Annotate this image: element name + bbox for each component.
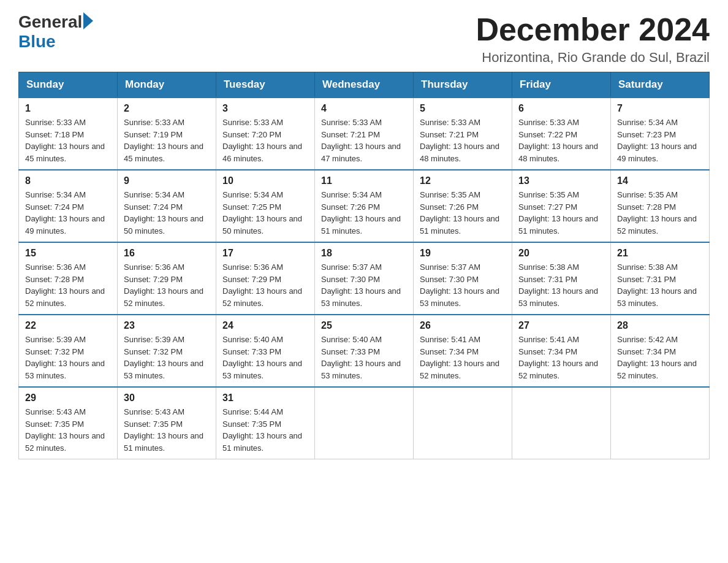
day-number: 15 xyxy=(25,248,111,259)
calendar-cell: 19Sunrise: 5:37 AMSunset: 7:30 PMDayligh… xyxy=(414,242,512,315)
day-info: Sunrise: 5:39 AMSunset: 7:32 PMDaylight:… xyxy=(25,334,111,381)
calendar-cell xyxy=(611,387,710,459)
day-number: 11 xyxy=(321,175,407,186)
calendar-header-row: SundayMondayTuesdayWednesdayThursdayFrid… xyxy=(19,72,710,98)
day-info: Sunrise: 5:43 AMSunset: 7:35 PMDaylight:… xyxy=(25,406,111,454)
day-number: 27 xyxy=(518,320,604,331)
day-info: Sunrise: 5:38 AMSunset: 7:31 PMDaylight:… xyxy=(617,261,703,309)
calendar-week-row: 29Sunrise: 5:43 AMSunset: 7:35 PMDayligh… xyxy=(19,387,710,459)
calendar-cell: 17Sunrise: 5:36 AMSunset: 7:29 PMDayligh… xyxy=(216,242,315,315)
calendar-cell: 29Sunrise: 5:43 AMSunset: 7:35 PMDayligh… xyxy=(19,387,118,459)
day-number: 24 xyxy=(222,320,308,331)
day-number: 25 xyxy=(321,320,407,331)
day-info: Sunrise: 5:37 AMSunset: 7:30 PMDaylight:… xyxy=(420,261,506,309)
day-info: Sunrise: 5:34 AMSunset: 7:23 PMDaylight:… xyxy=(617,117,703,164)
logo-general-text: General xyxy=(18,12,82,32)
day-info: Sunrise: 5:33 AMSunset: 7:19 PMDaylight:… xyxy=(124,117,210,164)
weekday-header-wednesday: Wednesday xyxy=(315,72,414,98)
calendar-cell: 2Sunrise: 5:33 AMSunset: 7:19 PMDaylight… xyxy=(118,98,216,170)
day-number: 20 xyxy=(518,248,604,259)
calendar-cell: 14Sunrise: 5:35 AMSunset: 7:28 PMDayligh… xyxy=(611,170,710,242)
calendar-week-row: 1Sunrise: 5:33 AMSunset: 7:18 PMDaylight… xyxy=(19,98,710,170)
day-info: Sunrise: 5:39 AMSunset: 7:32 PMDaylight:… xyxy=(124,334,210,381)
day-info: Sunrise: 5:33 AMSunset: 7:21 PMDaylight:… xyxy=(321,117,407,164)
day-info: Sunrise: 5:35 AMSunset: 7:27 PMDaylight:… xyxy=(518,189,604,237)
title-section: December 2024 Horizontina, Rio Grande do… xyxy=(476,12,710,66)
day-number: 1 xyxy=(25,103,111,114)
day-info: Sunrise: 5:44 AMSunset: 7:35 PMDaylight:… xyxy=(222,406,308,454)
day-number: 10 xyxy=(222,175,308,186)
calendar-cell: 27Sunrise: 5:41 AMSunset: 7:34 PMDayligh… xyxy=(512,315,611,387)
day-info: Sunrise: 5:33 AMSunset: 7:21 PMDaylight:… xyxy=(420,117,506,164)
day-info: Sunrise: 5:41 AMSunset: 7:34 PMDaylight:… xyxy=(518,334,604,381)
day-number: 31 xyxy=(222,393,308,404)
logo-blue-text: Blue xyxy=(18,32,56,52)
day-number: 30 xyxy=(124,393,210,404)
weekday-header-saturday: Saturday xyxy=(611,72,710,98)
calendar-cell: 15Sunrise: 5:36 AMSunset: 7:28 PMDayligh… xyxy=(19,242,118,315)
day-info: Sunrise: 5:43 AMSunset: 7:35 PMDaylight:… xyxy=(124,406,210,454)
calendar-cell: 10Sunrise: 5:34 AMSunset: 7:25 PMDayligh… xyxy=(216,170,315,242)
day-number: 2 xyxy=(124,103,210,114)
calendar-cell: 11Sunrise: 5:34 AMSunset: 7:26 PMDayligh… xyxy=(315,170,414,242)
weekday-header-sunday: Sunday xyxy=(19,72,118,98)
calendar-cell: 4Sunrise: 5:33 AMSunset: 7:21 PMDaylight… xyxy=(315,98,414,170)
calendar-cell: 20Sunrise: 5:38 AMSunset: 7:31 PMDayligh… xyxy=(512,242,611,315)
calendar-cell: 18Sunrise: 5:37 AMSunset: 7:30 PMDayligh… xyxy=(315,242,414,315)
calendar-cell: 12Sunrise: 5:35 AMSunset: 7:26 PMDayligh… xyxy=(414,170,512,242)
day-info: Sunrise: 5:36 AMSunset: 7:29 PMDaylight:… xyxy=(222,261,308,309)
calendar-cell xyxy=(315,387,414,459)
calendar-week-row: 22Sunrise: 5:39 AMSunset: 7:32 PMDayligh… xyxy=(19,315,710,387)
calendar-cell xyxy=(414,387,512,459)
day-info: Sunrise: 5:35 AMSunset: 7:26 PMDaylight:… xyxy=(420,189,506,237)
day-info: Sunrise: 5:33 AMSunset: 7:20 PMDaylight:… xyxy=(222,117,308,164)
day-number: 7 xyxy=(617,103,703,114)
day-info: Sunrise: 5:34 AMSunset: 7:24 PMDaylight:… xyxy=(25,189,111,237)
day-info: Sunrise: 5:36 AMSunset: 7:28 PMDaylight:… xyxy=(25,261,111,309)
weekday-header-thursday: Thursday xyxy=(414,72,512,98)
calendar-cell: 6Sunrise: 5:33 AMSunset: 7:22 PMDaylight… xyxy=(512,98,611,170)
day-number: 5 xyxy=(420,103,506,114)
day-number: 21 xyxy=(617,248,703,259)
calendar-cell: 5Sunrise: 5:33 AMSunset: 7:21 PMDaylight… xyxy=(414,98,512,170)
day-info: Sunrise: 5:34 AMSunset: 7:26 PMDaylight:… xyxy=(321,189,407,237)
day-info: Sunrise: 5:35 AMSunset: 7:28 PMDaylight:… xyxy=(617,189,703,237)
page-header: General Blue December 2024 Horizontina, … xyxy=(18,12,710,66)
calendar-cell: 9Sunrise: 5:34 AMSunset: 7:24 PMDaylight… xyxy=(118,170,216,242)
calendar-cell: 21Sunrise: 5:38 AMSunset: 7:31 PMDayligh… xyxy=(611,242,710,315)
day-number: 28 xyxy=(617,320,703,331)
day-number: 29 xyxy=(25,393,111,404)
page-title: December 2024 xyxy=(476,12,710,47)
calendar-week-row: 8Sunrise: 5:34 AMSunset: 7:24 PMDaylight… xyxy=(19,170,710,242)
calendar-cell: 31Sunrise: 5:44 AMSunset: 7:35 PMDayligh… xyxy=(216,387,315,459)
calendar-cell: 16Sunrise: 5:36 AMSunset: 7:29 PMDayligh… xyxy=(118,242,216,315)
day-number: 23 xyxy=(124,320,210,331)
calendar-cell: 24Sunrise: 5:40 AMSunset: 7:33 PMDayligh… xyxy=(216,315,315,387)
day-info: Sunrise: 5:36 AMSunset: 7:29 PMDaylight:… xyxy=(124,261,210,309)
day-number: 8 xyxy=(25,175,111,186)
day-info: Sunrise: 5:37 AMSunset: 7:30 PMDaylight:… xyxy=(321,261,407,309)
day-number: 18 xyxy=(321,248,407,259)
day-info: Sunrise: 5:41 AMSunset: 7:34 PMDaylight:… xyxy=(420,334,506,381)
calendar-cell: 23Sunrise: 5:39 AMSunset: 7:32 PMDayligh… xyxy=(118,315,216,387)
day-number: 22 xyxy=(25,320,111,331)
day-info: Sunrise: 5:33 AMSunset: 7:22 PMDaylight:… xyxy=(518,117,604,164)
day-number: 26 xyxy=(420,320,506,331)
day-info: Sunrise: 5:40 AMSunset: 7:33 PMDaylight:… xyxy=(321,334,407,381)
calendar-cell: 25Sunrise: 5:40 AMSunset: 7:33 PMDayligh… xyxy=(315,315,414,387)
calendar-cell: 26Sunrise: 5:41 AMSunset: 7:34 PMDayligh… xyxy=(414,315,512,387)
calendar-cell: 22Sunrise: 5:39 AMSunset: 7:32 PMDayligh… xyxy=(19,315,118,387)
weekday-header-tuesday: Tuesday xyxy=(216,72,315,98)
calendar-cell: 1Sunrise: 5:33 AMSunset: 7:18 PMDaylight… xyxy=(19,98,118,170)
day-info: Sunrise: 5:38 AMSunset: 7:31 PMDaylight:… xyxy=(518,261,604,309)
day-info: Sunrise: 5:34 AMSunset: 7:24 PMDaylight:… xyxy=(124,189,210,237)
day-info: Sunrise: 5:34 AMSunset: 7:25 PMDaylight:… xyxy=(222,189,308,237)
day-number: 9 xyxy=(124,175,210,186)
day-info: Sunrise: 5:42 AMSunset: 7:34 PMDaylight:… xyxy=(617,334,703,381)
day-number: 13 xyxy=(518,175,604,186)
day-info: Sunrise: 5:40 AMSunset: 7:33 PMDaylight:… xyxy=(222,334,308,381)
logo-arrow-icon xyxy=(83,12,93,29)
calendar-week-row: 15Sunrise: 5:36 AMSunset: 7:28 PMDayligh… xyxy=(19,242,710,315)
calendar-cell: 28Sunrise: 5:42 AMSunset: 7:34 PMDayligh… xyxy=(611,315,710,387)
day-number: 14 xyxy=(617,175,703,186)
